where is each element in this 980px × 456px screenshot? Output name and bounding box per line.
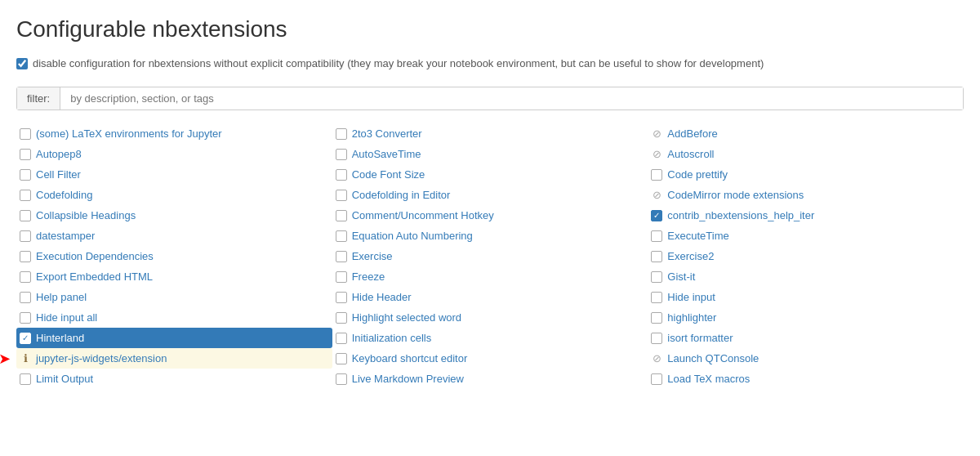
list-item[interactable]: Load TeX macros — [648, 369, 964, 389]
extension-link[interactable]: CodeMirror mode extensions — [667, 189, 804, 201]
extension-link[interactable]: ExecuteTime — [667, 230, 728, 242]
list-item[interactable]: Highlight selected word — [332, 307, 648, 328]
extension-link[interactable]: Limit Output — [36, 373, 93, 385]
list-item[interactable]: Codefolding — [16, 185, 332, 205]
list-item[interactable]: Execution Dependencies — [16, 246, 332, 266]
list-item[interactable]: Initialization cells — [332, 328, 648, 348]
extension-link[interactable]: Highlight selected word — [352, 311, 461, 324]
list-item[interactable]: Hide Header — [332, 287, 648, 307]
disable-config-checkbox[interactable] — [16, 58, 28, 69]
extension-link[interactable]: (some) LaTeX environments for Jupyter — [36, 127, 222, 140]
extension-link[interactable]: highlighter — [667, 311, 716, 324]
extension-link[interactable]: Execution Dependencies — [36, 250, 154, 262]
list-item[interactable]: Exercise2 — [648, 246, 964, 266]
extension-link[interactable]: AutoSaveTime — [352, 148, 421, 160]
list-item[interactable]: Keyboard shortcut editor — [332, 348, 648, 369]
filter-row: filter: — [16, 87, 964, 110]
extension-link[interactable]: Hide input — [667, 291, 715, 303]
list-item[interactable]: Autopep8 — [16, 144, 332, 164]
extensions-col3: ⊘AddBefore⊘AutoscrollCode prettify⊘CodeM… — [648, 123, 964, 389]
list-item[interactable]: ⊘Launch QTConsole — [648, 348, 964, 369]
list-item[interactable]: Comment/Uncomment Hotkey — [332, 205, 648, 226]
list-item[interactable]: Live Markdown Preview — [332, 369, 648, 389]
list-item[interactable]: highlighter — [648, 307, 964, 328]
extension-link[interactable]: Gist-it — [667, 270, 695, 283]
list-item[interactable]: ⊘Autoscroll — [648, 144, 964, 164]
list-item[interactable]: Code Font Size — [332, 164, 648, 185]
list-item[interactable]: Cell Filter — [16, 164, 332, 185]
extension-link[interactable]: Launch QTConsole — [667, 352, 759, 364]
checkbox-unchecked — [651, 292, 662, 303]
filter-input[interactable] — [60, 87, 963, 110]
checkbox-unchecked — [651, 271, 662, 283]
extension-link[interactable]: Exercise — [352, 250, 393, 262]
list-item[interactable]: Help panel — [16, 287, 332, 307]
list-item[interactable]: Exercise — [332, 246, 648, 266]
checkbox-unchecked — [336, 292, 347, 303]
checkbox-unchecked — [20, 190, 31, 201]
checkbox-unchecked — [336, 169, 347, 181]
extension-link[interactable]: Keyboard shortcut editor — [352, 352, 468, 364]
checkbox-unchecked — [336, 373, 347, 385]
extension-link[interactable]: Collapsible Headings — [36, 209, 136, 221]
checkbox-unchecked — [336, 353, 347, 364]
list-item[interactable]: datestamper — [16, 226, 332, 246]
extension-link[interactable]: Load TeX macros — [667, 373, 750, 385]
checkbox-unchecked — [336, 190, 347, 201]
list-item[interactable]: AutoSaveTime — [332, 144, 648, 164]
extension-link[interactable]: Freeze — [352, 270, 385, 283]
extension-link[interactable]: jupyter-js-widgets/extension — [36, 352, 167, 364]
checkbox-unchecked — [20, 149, 31, 160]
list-item[interactable]: 2to3 Converter — [332, 123, 648, 144]
list-item[interactable]: Hide input all — [16, 307, 332, 328]
list-item[interactable]: ⊘CodeMirror mode extensions — [648, 185, 964, 205]
list-item[interactable]: ℹjupyter-js-widgets/extension➤ — [16, 348, 332, 369]
list-item[interactable]: isort formatter — [648, 328, 964, 348]
extension-link[interactable]: Code Font Size — [352, 168, 425, 181]
checkbox-unchecked — [651, 251, 662, 262]
extension-link[interactable]: isort formatter — [667, 332, 733, 344]
checkbox-unchecked — [336, 149, 347, 160]
extension-link[interactable]: datestamper — [36, 230, 95, 242]
checkbox-unchecked — [336, 271, 347, 283]
list-item[interactable]: ExecuteTime — [648, 226, 964, 246]
extension-link[interactable]: Exercise2 — [667, 250, 714, 262]
checkbox-unchecked — [336, 333, 347, 344]
extension-link[interactable]: Autoscroll — [667, 148, 714, 160]
list-item[interactable]: ✓contrib_nbextensions_help_iter — [648, 205, 964, 226]
extension-link[interactable]: Autopep8 — [36, 148, 82, 160]
list-item[interactable]: ✓Hinterland — [16, 328, 332, 348]
extension-link[interactable]: Hide Header — [352, 291, 412, 303]
extension-link[interactable]: Hinterland — [36, 332, 84, 344]
extension-link[interactable]: Cell Filter — [36, 168, 81, 181]
list-item[interactable]: Equation Auto Numbering — [332, 226, 648, 246]
checkbox-unchecked — [651, 333, 662, 344]
list-item[interactable]: Gist-it — [648, 266, 964, 287]
list-item[interactable]: Code prettify — [648, 164, 964, 185]
extension-link[interactable]: Live Markdown Preview — [352, 373, 464, 385]
extension-link[interactable]: Codefolding in Editor — [352, 189, 451, 201]
extension-link[interactable]: 2to3 Converter — [352, 127, 422, 140]
disabled-icon: ⊘ — [651, 128, 662, 140]
list-item[interactable]: Hide input — [648, 287, 964, 307]
checkbox-unchecked — [20, 312, 31, 324]
list-item[interactable]: Export Embedded HTML — [16, 266, 332, 287]
extension-link[interactable]: Export Embedded HTML — [36, 270, 153, 283]
extension-link[interactable]: Equation Auto Numbering — [352, 230, 473, 242]
checkbox-unchecked — [336, 128, 347, 140]
extension-link[interactable]: AddBefore — [667, 127, 717, 140]
extension-link[interactable]: Comment/Uncomment Hotkey — [352, 209, 494, 221]
checkbox-unchecked — [651, 312, 662, 324]
list-item[interactable]: Limit Output — [16, 369, 332, 389]
extension-link[interactable]: Help panel — [36, 291, 87, 303]
extension-link[interactable]: Code prettify — [667, 168, 728, 181]
list-item[interactable]: ⊘AddBefore — [648, 123, 964, 144]
list-item[interactable]: Freeze — [332, 266, 648, 287]
list-item[interactable]: Collapsible Headings — [16, 205, 332, 226]
extension-link[interactable]: Hide input all — [36, 311, 97, 324]
extension-link[interactable]: contrib_nbextensions_help_iter — [667, 209, 814, 221]
extension-link[interactable]: Initialization cells — [352, 332, 432, 344]
extension-link[interactable]: Codefolding — [36, 189, 92, 201]
list-item[interactable]: (some) LaTeX environments for Jupyter — [16, 123, 332, 144]
list-item[interactable]: Codefolding in Editor — [332, 185, 648, 205]
